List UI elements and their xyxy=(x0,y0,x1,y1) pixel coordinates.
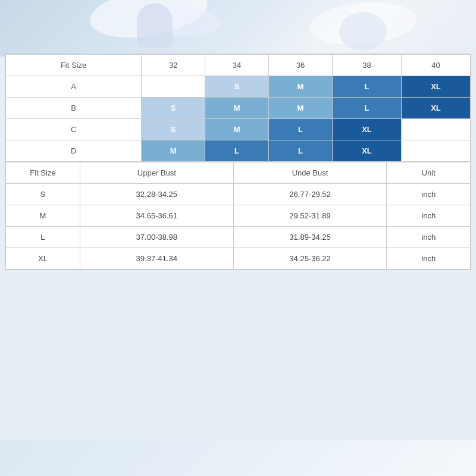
t2-header-unit: Unit xyxy=(387,162,471,184)
t2-header-size: Fit Size xyxy=(6,162,80,184)
t2-l-under: 31.89-34.25 xyxy=(233,227,387,248)
t2-m-size: M xyxy=(6,205,80,227)
row-c-col4: XL xyxy=(332,119,401,140)
t2-xl-size: XL xyxy=(6,248,80,270)
row-c-col5 xyxy=(401,119,470,140)
row-a-col2: S xyxy=(205,76,269,98)
row-a-label: A xyxy=(6,76,142,98)
header-col-34: 34 xyxy=(205,55,269,76)
row-b-col2: M xyxy=(205,98,269,119)
row-d-col4: XL xyxy=(332,140,401,162)
t2-xl-upper: 39.37-41.34 xyxy=(80,248,233,270)
table-row-c: C S M L XL xyxy=(6,119,471,140)
row-c-col3: L xyxy=(269,119,333,140)
header-col-36: 36 xyxy=(269,55,333,76)
header-col-40: 40 xyxy=(401,55,470,76)
t2-l-unit: inch xyxy=(387,227,471,248)
row-b-col1: S xyxy=(142,98,205,119)
row-c-col1: S xyxy=(142,119,205,140)
t2-m-under: 29.52-31.89 xyxy=(233,205,387,227)
table1-header-row: Fit Size 32 34 36 38 40 xyxy=(6,55,471,76)
row-a-col3: M xyxy=(269,76,333,98)
t2-xl-under: 34.25-36.22 xyxy=(233,248,387,270)
t2-header-upper: Upper Bust xyxy=(80,162,233,184)
table2-row-s: S 32.28-34.25 26.77-29.52 inch xyxy=(6,184,471,205)
size-chart-table2: Fit Size Upper Bust Unde Bust Unit S 32.… xyxy=(5,162,471,270)
table2-header-row: Fit Size Upper Bust Unde Bust Unit xyxy=(6,162,471,184)
header-col-32: 32 xyxy=(142,55,205,76)
table-row-d: D M L L XL xyxy=(6,140,471,162)
t2-header-under: Unde Bust xyxy=(233,162,387,184)
table-row-a: A S M L XL xyxy=(6,76,471,98)
background-bottom xyxy=(0,440,476,476)
t2-l-upper: 37.00-38.98 xyxy=(80,227,233,248)
t2-l-size: L xyxy=(6,227,80,248)
table2-row-m: M 34.65-36.61 29.52-31.89 inch xyxy=(6,205,471,227)
t2-m-unit: inch xyxy=(387,205,471,227)
row-d-col5 xyxy=(401,140,470,162)
row-b-col3: M xyxy=(269,98,333,119)
table-row-b: B S M M L XL xyxy=(6,98,471,119)
table2-row-xl: XL 39.37-41.34 34.25-36.22 inch xyxy=(6,248,471,270)
header-col-38: 38 xyxy=(332,55,401,76)
header-fit-size: Fit Size xyxy=(6,55,142,76)
row-d-col2: L xyxy=(205,140,269,162)
t2-xl-unit: inch xyxy=(387,248,471,270)
row-b-col4: L xyxy=(332,98,401,119)
row-a-col5: XL xyxy=(401,76,470,98)
t2-s-under: 26.77-29.52 xyxy=(233,184,387,205)
row-d-label: D xyxy=(6,140,142,162)
t2-s-unit: inch xyxy=(387,184,471,205)
row-a-col1 xyxy=(142,76,205,98)
row-a-col4: L xyxy=(332,76,401,98)
table2-row-l: L 37.00-38.98 31.89-34.25 inch xyxy=(6,227,471,248)
t2-s-size: S xyxy=(6,184,80,205)
row-d-col3: L xyxy=(269,140,333,162)
t2-m-upper: 34.65-36.61 xyxy=(80,205,233,227)
t2-s-upper: 32.28-34.25 xyxy=(80,184,233,205)
row-d-col1: M xyxy=(142,140,205,162)
size-chart-table1: Fit Size 32 34 36 38 40 A S M L XL B S M… xyxy=(5,54,471,162)
row-c-label: C xyxy=(6,119,142,140)
background-top xyxy=(0,0,476,57)
size-chart-container: Fit Size 32 34 36 38 40 A S M L XL B S M… xyxy=(5,54,471,270)
row-b-col5: XL xyxy=(401,98,470,119)
row-b-label: B xyxy=(6,98,142,119)
row-c-col2: M xyxy=(205,119,269,140)
